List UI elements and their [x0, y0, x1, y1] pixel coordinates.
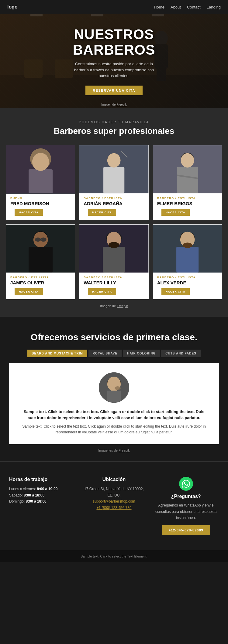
barber-cta-button[interactable]: HACER CITA: [15, 209, 43, 216]
barber-photo: [153, 224, 222, 273]
barber-card: BARBERO / ESTILISTA WALTER LILLY HACER C…: [79, 224, 148, 299]
barber-card: BARBERO / ESTILISTA JAMES OLIVER HACER C…: [6, 224, 75, 299]
tab-royal-shave[interactable]: ROYAL SHAVE: [88, 350, 122, 357]
footer-hours-title: Horas de trabajo: [9, 477, 75, 482]
barber-photo: [79, 145, 148, 194]
nav-about[interactable]: About: [171, 5, 181, 9]
svg-rect-52: [107, 391, 121, 403]
navbar: logo Home About Contact Landing: [0, 0, 228, 14]
hero-section: NUESTROS BARBEROS Construimos nuestra pa…: [0, 14, 228, 108]
barber-name: WALTER LILLY: [84, 280, 144, 285]
footer-location-title: Ubicación: [81, 477, 147, 482]
footer-sun: Domingo: 8:00 a 18:00: [9, 498, 75, 504]
tab-cuts-fades[interactable]: CUTS AND FADES: [161, 350, 200, 357]
barbers-label: PODEMOS HACER TU MARAVILLA: [6, 120, 222, 124]
hero-title: NUESTROS BARBEROS: [68, 27, 160, 57]
services-credit: Imágenes de Freepik: [6, 449, 222, 452]
footer-hours: Horas de trabajo Lunes a viernes: 8:00 a…: [9, 477, 75, 535]
whatsapp-button[interactable]: +12-345-678-89089: [162, 525, 210, 535]
footer-contact-title: ¿Preguntas?: [153, 494, 219, 499]
svg-rect-3: [91, 14, 103, 16]
hero-subtitle: Construimos nuestra pasión por el arte d…: [68, 61, 160, 79]
barber-role: DUEÑO: [10, 197, 71, 200]
bottom-text: Sample text. Click to select the Text El…: [81, 554, 147, 558]
svg-rect-30: [29, 247, 53, 273]
barber-role: BARBERO / ESTILISTA: [157, 197, 218, 200]
footer-address: 17 Green St, Nueva York, NY 10002, EE. U…: [81, 486, 147, 511]
barber-photo: [153, 145, 222, 194]
footer-contact-text: Agreguenos en WhatsApp y envíe consultas…: [153, 502, 219, 521]
tab-beard-trim[interactable]: BEARD AND MUSTACHE TRIM: [27, 350, 87, 357]
barbers-credit-link[interactable]: Freepik: [117, 304, 128, 308]
barber-name: JAMES OLIVER: [10, 280, 71, 285]
service-bold-text: Sample text. Click to select the text bo…: [21, 409, 207, 421]
barber-name: FRED MORRISON: [10, 201, 71, 206]
svg-rect-2: [30, 14, 43, 16]
barber-cta-button[interactable]: HACER CITA: [15, 288, 43, 295]
services-section: Ofrecemos servicios de primera clase. BE…: [0, 317, 228, 461]
barber-photo: [6, 145, 75, 194]
barber-name: ADRIÁN REGAÑA: [84, 201, 144, 206]
barber-card: BARBERO / ESTILISTA ELMER BRIGGS HACER C…: [153, 145, 222, 220]
bottom-bar: Sample text. Click to select the Text El…: [0, 550, 228, 562]
svg-point-33: [35, 237, 41, 242]
barber-name: ALEX VERDE: [157, 280, 218, 285]
barber-cta-button[interactable]: HACER CITA: [88, 209, 116, 216]
service-avatar: [99, 372, 129, 403]
barbers-title: Barberos super profesionales: [6, 126, 222, 136]
barber-card: BARBERO / ESTILISTA ADRIÁN REGAÑA HACER …: [79, 145, 148, 220]
barbers-credit: Imagen de Freepik: [6, 304, 222, 311]
svg-rect-38: [103, 247, 125, 273]
svg-rect-24: [177, 167, 198, 193]
svg-point-26: [181, 153, 194, 168]
barber-cta-button[interactable]: HACER CITA: [161, 209, 190, 216]
hero-credit: Imagen de Freepik: [101, 103, 126, 106]
svg-rect-4: [152, 14, 164, 16]
hero-credit-link[interactable]: Freepik: [116, 103, 126, 106]
barber-role: BARBERO / ESTILISTA: [10, 276, 71, 279]
barber-role: BARBERO / ESTILISTA: [84, 197, 144, 200]
svg-point-47: [183, 242, 192, 248]
whatsapp-icon: [179, 477, 193, 491]
nav-landing[interactable]: Landing: [207, 5, 221, 9]
barbers-section: PODEMOS HACER TU MARAVILLA Barberos supe…: [0, 108, 228, 317]
footer-mon-fri: Lunes a viernes: 8:00 a 19:00: [9, 486, 75, 492]
barber-name: ELMER BRIGGS: [157, 201, 218, 206]
svg-rect-13: [29, 169, 53, 193]
hero-content: NUESTROS BARBEROS Construimos nuestra pa…: [62, 21, 166, 101]
svg-point-53: [115, 386, 121, 390]
svg-rect-18: [103, 167, 124, 193]
service-card: Sample text. Click to select the text bo…: [9, 363, 219, 444]
nav-links: Home About Contact Landing: [154, 5, 221, 9]
barber-photo: [79, 224, 148, 273]
svg-point-15: [32, 153, 49, 171]
barber-grid: DUEÑO FRED MORRISON HACER CITA BARBERO: [6, 145, 222, 299]
nav-home[interactable]: Home: [154, 5, 164, 9]
footer-sat: Sábado: 8:00 a 18:00: [9, 492, 75, 498]
service-text: Sample text. Click to select the text bo…: [21, 424, 207, 435]
barber-card: DUEÑO FRED MORRISON HACER CITA: [6, 145, 75, 220]
svg-point-41: [109, 242, 119, 248]
svg-rect-5: [24, 59, 43, 78]
nav-contact[interactable]: Contact: [187, 5, 201, 9]
barber-role: BARBERO / ESTILISTA: [157, 276, 218, 279]
barber-photo: [6, 224, 75, 273]
tab-hair-coloring[interactable]: HAIR COLORING: [123, 350, 160, 357]
footer-contact: ¿Preguntas? Agreguenos en WhatsApp y env…: [153, 477, 219, 535]
services-title: Ofrecemos servicios de primera clase.: [6, 332, 222, 342]
barber-cta-button[interactable]: HACER CITA: [88, 288, 116, 295]
services-tabs: BEARD AND MUSTACHE TRIM ROYAL SHAVE HAIR…: [6, 350, 222, 357]
footer-phone[interactable]: +1 (800) 123 456 789: [96, 506, 131, 510]
services-credit-link[interactable]: Freepik: [119, 449, 130, 452]
hero-cta-button[interactable]: RESERVAR UNA CITA: [85, 86, 143, 95]
nav-logo: logo: [7, 4, 18, 10]
barber-cta-button[interactable]: HACER CITA: [161, 288, 190, 295]
footer-info: Horas de trabajo Lunes a viernes: 8:00 a…: [0, 461, 228, 550]
barber-role: BARBERO / ESTILISTA: [84, 276, 144, 279]
footer-email[interactable]: support@barbershop.com: [93, 499, 135, 503]
footer-location: Ubicación 17 Green St, Nueva York, NY 10…: [81, 477, 147, 535]
svg-point-20: [107, 153, 120, 168]
barber-card: BARBERO / ESTILISTA ALEX VERDE HACER CIT…: [153, 224, 222, 299]
svg-rect-44: [176, 247, 199, 273]
